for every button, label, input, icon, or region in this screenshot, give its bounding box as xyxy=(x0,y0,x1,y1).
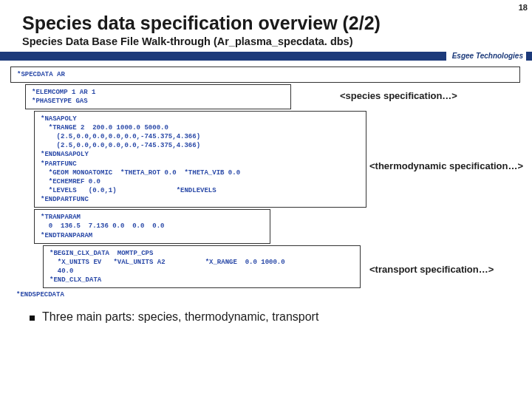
code-clx: *BEGIN_CLX_DATA MOMTP_CPS *X_UNITS EV *V… xyxy=(43,245,361,289)
code-endspecdata: *ENDSPECDATA xyxy=(10,290,522,300)
slide-title: Species data specification overview (2/2… xyxy=(22,13,510,34)
page-number: 18 xyxy=(519,3,528,12)
bullet-line: Three main parts: species, thermodynamic… xyxy=(0,303,532,327)
code-tranparam: *TRANPARAM 0 136.5 7.136 0.0 0.0 0.0 *EN… xyxy=(34,209,270,243)
code-nasapoly: *NASAPOLY *TRANGE 2 200.0 1000.0 5000.0 … xyxy=(34,111,366,208)
bullet-text: Three main parts: species, thermodynamic… xyxy=(42,310,318,323)
slide-header: Species data specification overview (2/2… xyxy=(0,0,532,49)
content-area: *SPECDATA AR *ELEMCOMP 1 AR 1 *PHASETYPE… xyxy=(0,61,532,304)
annot-species: <species specification…> xyxy=(340,90,457,101)
annot-transport: <transport specification…> xyxy=(369,264,494,275)
code-elemcomp: *ELEMCOMP 1 AR 1 *PHASETYPE GAS xyxy=(25,84,291,109)
bullet-icon xyxy=(30,316,35,321)
code-specdata: *SPECDATA AR xyxy=(10,66,520,83)
slide-subtitle: Species Data Base File Walk-through (Ar_… xyxy=(22,35,510,47)
divider-bar: Esgee Technologies xyxy=(0,52,532,61)
annot-thermo: <thermodynamic specification…> xyxy=(369,160,523,171)
